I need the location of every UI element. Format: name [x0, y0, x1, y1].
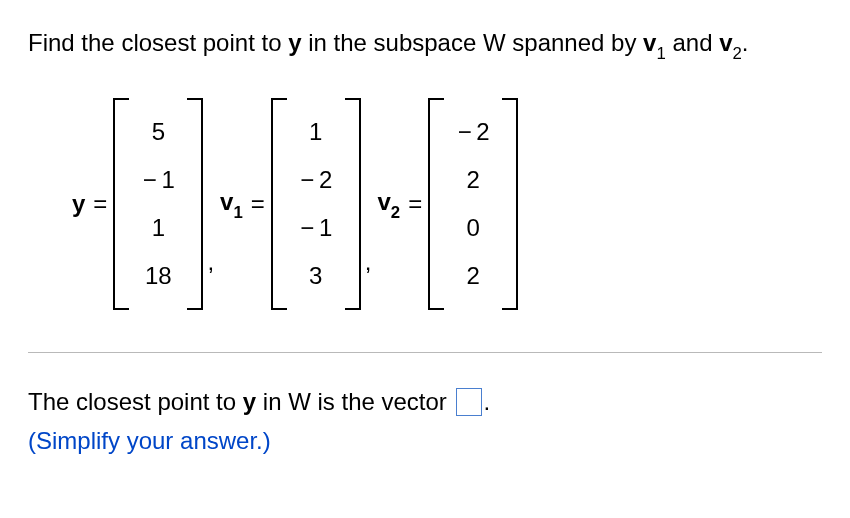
bracket-icon: [345, 98, 361, 310]
vector-entry: − 2: [450, 108, 496, 156]
vector-y: 5 − 1 1 18: [113, 98, 203, 310]
y-label: y: [72, 190, 85, 218]
question-part: and: [666, 29, 719, 56]
simplify-hint: (Simplify your answer.): [28, 427, 271, 454]
question-part: Find the closest point to: [28, 29, 288, 56]
answer-part: The closest point to: [28, 388, 243, 415]
equals-sign: =: [93, 190, 107, 218]
bracket-icon: [113, 98, 129, 310]
vector-entry: − 2: [293, 156, 339, 204]
v1-label: v1: [220, 188, 243, 221]
vector-v1: 1 − 2 − 1 3: [271, 98, 361, 310]
equals-sign: =: [251, 190, 265, 218]
var-v1: v: [643, 29, 656, 56]
question-part: in the subspace W spanned by: [302, 29, 644, 56]
equals-sign: =: [408, 190, 422, 218]
vector-entry: 0: [450, 204, 496, 252]
answer-prompt: The closest point to y in W is the vecto…: [28, 383, 822, 460]
vector-entry: − 1: [135, 156, 181, 204]
v2-label: v2: [377, 188, 400, 221]
comma: ,: [365, 248, 372, 276]
vector-entry: 2: [450, 252, 496, 300]
vector-entry: 1: [293, 108, 339, 156]
bracket-icon: [187, 98, 203, 310]
comma: ,: [207, 248, 214, 276]
bracket-icon: [502, 98, 518, 310]
var-v2-sub: 2: [733, 44, 742, 63]
vector-entry: 5: [135, 108, 181, 156]
vectors-display: y = 5 − 1 1 18 , v1 = 1 − 2 − 1 3 ,: [72, 98, 822, 310]
var-v2: v: [719, 29, 732, 56]
var-v1-sub: 1: [656, 44, 665, 63]
bracket-icon: [271, 98, 287, 310]
vector-entry: − 1: [293, 204, 339, 252]
answer-part: in W is the vector: [256, 388, 453, 415]
vector-v2: − 2 2 0 2: [428, 98, 518, 310]
question-part: .: [742, 29, 749, 56]
separator-line: [28, 352, 822, 353]
vector-entry: 3: [293, 252, 339, 300]
vector-entry: 2: [450, 156, 496, 204]
bracket-icon: [428, 98, 444, 310]
vector-entry: 18: [135, 252, 181, 300]
var-y: y: [243, 388, 256, 415]
vector-entry: 1: [135, 204, 181, 252]
answer-part: .: [484, 388, 491, 415]
var-y: y: [288, 29, 301, 56]
question-text: Find the closest point to y in the subsp…: [28, 26, 822, 64]
answer-input[interactable]: [456, 388, 482, 416]
